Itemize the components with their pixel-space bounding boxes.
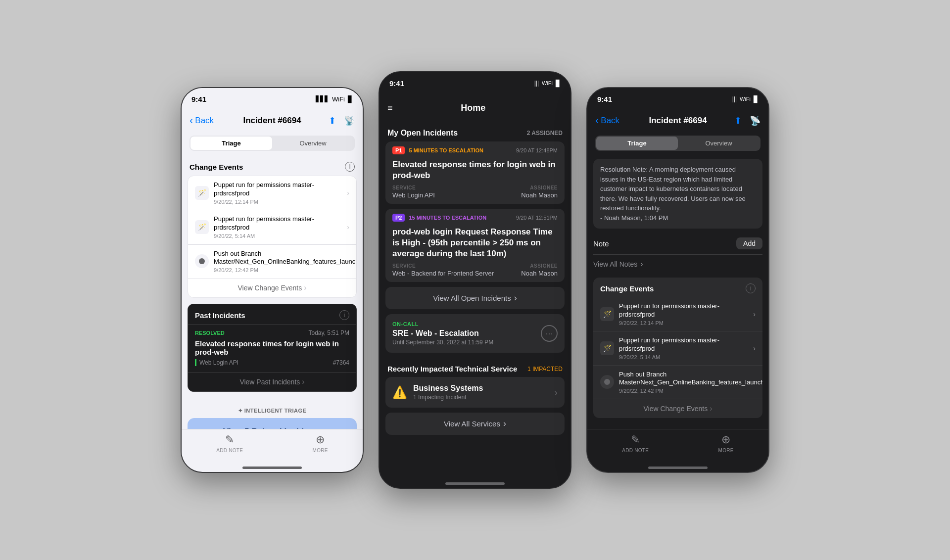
- tech-service-title: Recently Impacted Technical Service: [387, 365, 517, 373]
- escalation-text-1: 15 MINUTES TO ESCALATION: [409, 215, 486, 221]
- view-all-notes-label-right: View All Notes: [593, 260, 637, 268]
- resolved-badge-left: RESOLVED: [195, 330, 225, 336]
- content-left: Change Events i 🪄 Puppet run for permiss…: [182, 155, 363, 429]
- tab-more-label-right: MORE: [718, 448, 734, 453]
- nav-bar-left: ‹ Back Incident #6694 ⬆ 📡: [182, 110, 363, 132]
- tab-more-label-left: MORE: [313, 448, 328, 453]
- tab-triage-left[interactable]: Triage: [190, 137, 272, 150]
- view-all-open-row[interactable]: View All Open Incidents ›: [385, 287, 565, 309]
- view-all-open-card[interactable]: View All Open Incidents ›: [385, 287, 565, 309]
- oncall-label: ON-CALL: [392, 321, 535, 327]
- incident-meta-1: SERVICE Web - Backend for Frontend Serve…: [385, 263, 565, 282]
- change-info-0-right: Puppet run for permissions master-prdsrc…: [619, 302, 748, 326]
- change-title-2-right: Push out Branch Master/Next_Gen_OnlineBa…: [619, 371, 748, 387]
- related-incidents-btn-left[interactable]: View 5 Related Incidents: [188, 418, 357, 429]
- view-change-events-right[interactable]: View Change Events ›: [593, 399, 762, 418]
- back-label-left[interactable]: Back: [195, 116, 214, 126]
- view-all-services-label: View All Services: [444, 420, 500, 428]
- view-change-chevron-right: ›: [710, 404, 712, 413]
- incident-timestamp-0: 9/20 AT 12:48PM: [516, 147, 558, 153]
- tab-overview-left[interactable]: Overview: [272, 137, 354, 150]
- status-time-right: 9:41: [597, 95, 612, 103]
- past-incident-time-left: Today, 5:51 PM: [309, 329, 350, 336]
- back-button-left[interactable]: ‹ Back: [190, 114, 214, 127]
- incident-timestamp-1: 9/20 AT 12:51PM: [516, 215, 558, 221]
- past-incident-item-left[interactable]: RESOLVED Today, 5:51 PM Elevated respons…: [188, 324, 356, 372]
- service-name: Business Systems: [413, 384, 548, 393]
- tab-more-right[interactable]: ⊕ MORE: [718, 433, 734, 453]
- past-incident-service-left: Web Login API: [195, 359, 238, 366]
- circle-icon-2-left: [195, 254, 209, 268]
- warning-icon: ⚠️: [392, 385, 407, 399]
- tab-more-left[interactable]: ⊕ MORE: [313, 433, 328, 453]
- service-label-1: SERVICE: [392, 263, 494, 269]
- back-chevron-right: ‹: [595, 114, 599, 127]
- back-button-right[interactable]: ‹ Back: [595, 114, 619, 127]
- view-all-services-card[interactable]: View All Services ›: [385, 413, 565, 435]
- change-info-1-right: Puppet run for permissions master-prdsrc…: [619, 336, 748, 360]
- change-title-1-left: Puppet run for permissions master-prdsrc…: [214, 215, 342, 232]
- chevron-1-right: ›: [753, 344, 756, 352]
- note-add-btn-right[interactable]: Add: [736, 237, 762, 249]
- view-change-events-left[interactable]: View Change Events ›: [188, 278, 356, 297]
- home-header: ≡ Home: [380, 94, 570, 122]
- view-past-incidents-left[interactable]: View Past Incidents ›: [188, 372, 356, 391]
- note-row-right: Note Add: [593, 233, 762, 255]
- oncall-more-btn[interactable]: ···: [541, 325, 558, 342]
- home-indicator-left: [242, 467, 302, 469]
- incident-card-0[interactable]: P1 5 MINUTES TO ESCALATION 9/20 AT 12:48…: [385, 141, 565, 204]
- oncall-card: ON-CALL SRE - Web - Escalation Until Sep…: [385, 314, 565, 353]
- wifi-icon: WiFi: [332, 95, 345, 103]
- view-all-notes-btn-right[interactable]: View All Notes ›: [593, 255, 762, 274]
- p1-badge: P1: [392, 146, 405, 154]
- tab-bar-left: ✎ ADD NOTE ⊕ MORE: [182, 429, 363, 465]
- service-item[interactable]: ⚠️ Business Systems 1 Impacting Incident…: [385, 377, 565, 408]
- incident-title-0: Elevated response times for login web in…: [385, 157, 565, 185]
- intelligent-triage-label-left: ✦ INTELLIGENT TRIAGE: [182, 404, 363, 416]
- incident-card-1[interactable]: P2 15 MINUTES TO ESCALATION 9/20 AT 12:5…: [385, 209, 565, 282]
- chevron-0-right: ›: [753, 310, 756, 318]
- home-title: Home: [401, 103, 546, 113]
- tab-add-note-right[interactable]: ✎ ADD NOTE: [622, 433, 649, 453]
- back-label-right[interactable]: Back: [601, 116, 619, 126]
- tab-overview-right[interactable]: Overview: [678, 137, 760, 150]
- nav-bar-right: ‹ Back Incident #6694 ⬆ 📡: [587, 110, 768, 132]
- wifi-nav-icon-right[interactable]: 📡: [750, 115, 760, 126]
- note-label-right: Note: [593, 239, 609, 248]
- change-events-info-right[interactable]: i: [746, 283, 756, 293]
- escalation-text-0: 5 MINUTES TO ESCALATION: [409, 147, 483, 153]
- right-phone: 9:41 ||| WiFi ▊ ‹ Back Incident #6694 ⬆ …: [586, 87, 769, 473]
- change-item-2-right[interactable]: Push out Branch Master/Next_Gen_OnlineBa…: [593, 366, 762, 399]
- change-events-info-left[interactable]: i: [345, 162, 355, 172]
- service-chevron: ›: [554, 387, 558, 398]
- tab-add-note-left[interactable]: ✎ ADD NOTE: [216, 433, 243, 453]
- wand-emoji-r-0: 🪄: [603, 310, 612, 318]
- change-item-0-left[interactable]: 🪄 Puppet run for permissions master-prds…: [188, 176, 356, 210]
- wand-icon-1-left: 🪄: [195, 220, 209, 234]
- nav-title-left: Incident #6694: [243, 116, 301, 126]
- change-item-0-right[interactable]: 🪄 Puppet run for permissions master-prds…: [593, 297, 762, 331]
- view-all-services-chevron: ›: [503, 419, 506, 429]
- status-bar-center: 9:41 ||| WiFi ▊: [380, 72, 570, 94]
- status-bar-left: 9:41 ▋▋▋ WiFi ▊: [182, 88, 363, 110]
- wifi-nav-icon-left[interactable]: 📡: [344, 115, 355, 126]
- more-icon-right: ⊕: [721, 433, 730, 446]
- change-date-0-right: 9/20/22, 12:14 PM: [619, 320, 748, 326]
- service-label-0: SERVICE: [392, 185, 435, 190]
- view-change-events-label-right: View Change Events: [643, 405, 708, 413]
- change-item-2-left[interactable]: Push out Branch Master/Next_Gen_OnlineBa…: [188, 244, 356, 279]
- signal-icon-center: |||: [534, 80, 539, 87]
- hamburger-icon[interactable]: ≡: [387, 103, 393, 113]
- upload-icon-left[interactable]: ⬆: [329, 115, 336, 126]
- change-item-1-left[interactable]: 🪄 Puppet run for permissions master-prds…: [188, 210, 356, 244]
- view-all-services-row[interactable]: View All Services ›: [385, 413, 565, 435]
- past-incidents-info-left[interactable]: i: [339, 310, 349, 320]
- change-item-1-right[interactable]: 🪄 Puppet run for permissions master-prds…: [593, 331, 762, 366]
- upload-icon-right[interactable]: ⬆: [734, 115, 742, 126]
- change-date-2-right: 9/20/22, 12:42 PM: [619, 388, 748, 394]
- resolution-note-right: Resolution Note: A morning deployment ca…: [593, 159, 762, 229]
- change-events-card-right: Change Events i 🪄 Puppet run for permiss…: [593, 278, 762, 418]
- tab-triage-right[interactable]: Triage: [596, 137, 678, 150]
- ellipsis-icon: ···: [545, 328, 553, 339]
- view-change-events-label-left: View Change Events: [238, 284, 302, 292]
